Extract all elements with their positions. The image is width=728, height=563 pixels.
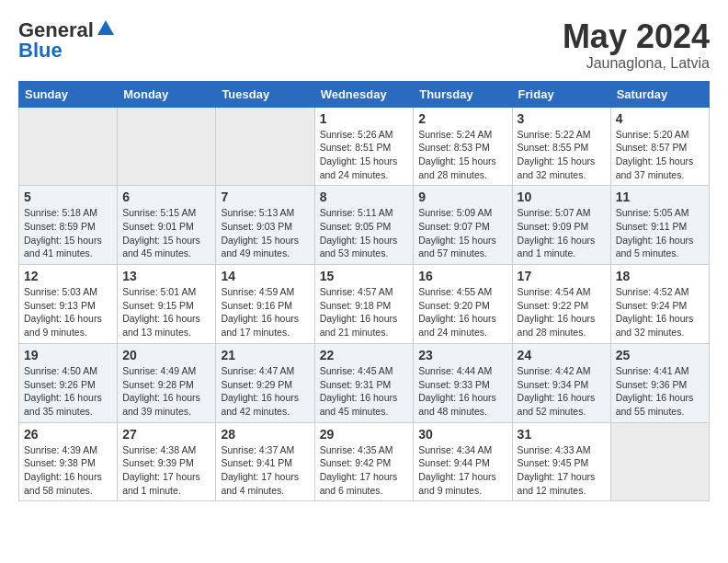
calendar-cell xyxy=(610,422,709,501)
month-title: May 2024 xyxy=(563,18,710,55)
day-info: Sunrise: 5:01 AMSunset: 9:15 PMDaylight:… xyxy=(122,285,210,339)
day-number: 14 xyxy=(221,269,309,283)
calendar-cell: 17Sunrise: 4:54 AMSunset: 9:22 PMDayligh… xyxy=(512,265,610,344)
calendar-cell: 3Sunrise: 5:22 AMSunset: 8:55 PMDaylight… xyxy=(512,107,610,186)
day-number: 4 xyxy=(616,111,704,126)
day-number: 9 xyxy=(418,190,506,204)
calendar-cell: 18Sunrise: 4:52 AMSunset: 9:24 PMDayligh… xyxy=(610,265,709,344)
calendar-row-1: 1Sunrise: 5:26 AMSunset: 8:51 PMDaylight… xyxy=(19,107,710,186)
day-info: Sunrise: 4:52 AMSunset: 9:24 PMDaylight:… xyxy=(616,285,704,339)
day-number: 28 xyxy=(221,427,309,442)
day-number: 25 xyxy=(616,348,704,362)
day-number: 3 xyxy=(518,111,606,126)
day-number: 30 xyxy=(418,427,506,442)
day-number: 27 xyxy=(122,427,210,442)
day-info: Sunrise: 4:35 AMSunset: 9:42 PMDaylight:… xyxy=(320,443,409,498)
day-number: 11 xyxy=(616,190,704,204)
day-info: Sunrise: 4:57 AMSunset: 9:18 PMDaylight:… xyxy=(320,285,409,339)
weekday-header-saturday: Saturday xyxy=(610,81,709,107)
calendar-cell: 13Sunrise: 5:01 AMSunset: 9:15 PMDayligh… xyxy=(118,265,216,344)
logo-blue-text: Blue xyxy=(18,39,63,63)
calendar-cell: 12Sunrise: 5:03 AMSunset: 9:13 PMDayligh… xyxy=(19,265,118,344)
day-number: 1 xyxy=(320,111,409,126)
location-title: Jaunaglona, Latvia xyxy=(563,55,710,72)
day-info: Sunrise: 5:05 AMSunset: 9:11 PMDaylight:… xyxy=(616,206,704,260)
day-info: Sunrise: 4:47 AMSunset: 9:29 PMDaylight:… xyxy=(221,364,309,419)
calendar-cell: 21Sunrise: 4:47 AMSunset: 9:29 PMDayligh… xyxy=(216,343,314,422)
calendar-cell: 7Sunrise: 5:13 AMSunset: 9:03 PMDaylight… xyxy=(216,186,314,265)
day-number: 8 xyxy=(320,190,409,204)
day-number: 21 xyxy=(221,348,309,362)
day-number: 5 xyxy=(24,190,112,204)
weekday-header-monday: Monday xyxy=(118,81,216,107)
day-number: 2 xyxy=(418,111,506,126)
calendar-row-2: 5Sunrise: 5:18 AMSunset: 8:59 PMDaylight… xyxy=(19,186,710,265)
day-number: 31 xyxy=(518,427,606,442)
day-info: Sunrise: 5:18 AMSunset: 8:59 PMDaylight:… xyxy=(24,206,112,260)
day-info: Sunrise: 5:26 AMSunset: 8:51 PMDaylight:… xyxy=(320,128,409,182)
day-number: 29 xyxy=(320,427,409,442)
calendar-cell: 23Sunrise: 4:44 AMSunset: 9:33 PMDayligh… xyxy=(414,343,512,422)
day-number: 6 xyxy=(122,190,210,204)
calendar-cell: 19Sunrise: 4:50 AMSunset: 9:26 PMDayligh… xyxy=(19,343,118,422)
calendar-cell: 28Sunrise: 4:37 AMSunset: 9:41 PMDayligh… xyxy=(216,422,314,501)
day-number: 7 xyxy=(221,190,309,204)
calendar-cell: 14Sunrise: 4:59 AMSunset: 9:16 PMDayligh… xyxy=(216,265,314,344)
day-info: Sunrise: 5:13 AMSunset: 9:03 PMDaylight:… xyxy=(221,206,309,260)
day-info: Sunrise: 4:41 AMSunset: 9:36 PMDaylight:… xyxy=(616,364,704,419)
title-block: May 2024 Jaunaglona, Latvia xyxy=(563,18,710,72)
calendar-cell: 16Sunrise: 4:55 AMSunset: 9:20 PMDayligh… xyxy=(414,265,512,344)
calendar-cell: 9Sunrise: 5:09 AMSunset: 9:07 PMDaylight… xyxy=(414,186,512,265)
day-number: 20 xyxy=(122,348,210,362)
day-info: Sunrise: 4:45 AMSunset: 9:31 PMDaylight:… xyxy=(320,364,409,419)
calendar-row-4: 19Sunrise: 4:50 AMSunset: 9:26 PMDayligh… xyxy=(19,343,710,422)
day-info: Sunrise: 5:20 AMSunset: 8:57 PMDaylight:… xyxy=(616,128,704,182)
page-header: General Blue May 2024 Jaunaglona, Latvia xyxy=(18,18,710,72)
calendar-cell: 26Sunrise: 4:39 AMSunset: 9:38 PMDayligh… xyxy=(19,422,118,501)
day-info: Sunrise: 5:24 AMSunset: 8:53 PMDaylight:… xyxy=(418,128,506,182)
day-number: 26 xyxy=(24,427,112,442)
day-info: Sunrise: 4:50 AMSunset: 9:26 PMDaylight:… xyxy=(24,364,112,419)
day-info: Sunrise: 4:34 AMSunset: 9:44 PMDaylight:… xyxy=(418,443,506,498)
svg-marker-0 xyxy=(97,20,114,35)
weekday-header-friday: Friday xyxy=(512,81,610,107)
calendar-cell: 29Sunrise: 4:35 AMSunset: 9:42 PMDayligh… xyxy=(314,422,414,501)
day-number: 22 xyxy=(320,348,409,362)
day-info: Sunrise: 4:37 AMSunset: 9:41 PMDaylight:… xyxy=(221,443,309,498)
calendar-cell xyxy=(19,107,118,186)
logo: General Blue xyxy=(18,18,116,63)
day-info: Sunrise: 4:44 AMSunset: 9:33 PMDaylight:… xyxy=(418,364,506,419)
day-number: 23 xyxy=(418,348,506,362)
weekday-header-tuesday: Tuesday xyxy=(216,81,314,107)
calendar-cell: 8Sunrise: 5:11 AMSunset: 9:05 PMDaylight… xyxy=(314,186,414,265)
weekday-header-sunday: Sunday xyxy=(19,81,118,107)
day-info: Sunrise: 4:55 AMSunset: 9:20 PMDaylight:… xyxy=(418,285,506,339)
day-info: Sunrise: 4:59 AMSunset: 9:16 PMDaylight:… xyxy=(221,285,309,339)
calendar-cell: 22Sunrise: 4:45 AMSunset: 9:31 PMDayligh… xyxy=(314,343,414,422)
day-info: Sunrise: 4:33 AMSunset: 9:45 PMDaylight:… xyxy=(518,443,606,498)
calendar-cell: 2Sunrise: 5:24 AMSunset: 8:53 PMDaylight… xyxy=(414,107,512,186)
calendar-cell: 25Sunrise: 4:41 AMSunset: 9:36 PMDayligh… xyxy=(610,343,709,422)
calendar-cell: 24Sunrise: 4:42 AMSunset: 9:34 PMDayligh… xyxy=(512,343,610,422)
day-number: 15 xyxy=(320,269,409,283)
day-info: Sunrise: 5:11 AMSunset: 9:05 PMDaylight:… xyxy=(320,206,409,260)
calendar-cell: 31Sunrise: 4:33 AMSunset: 9:45 PMDayligh… xyxy=(512,422,610,501)
calendar-cell: 5Sunrise: 5:18 AMSunset: 8:59 PMDaylight… xyxy=(19,186,118,265)
day-info: Sunrise: 5:03 AMSunset: 9:13 PMDaylight:… xyxy=(24,285,112,339)
day-info: Sunrise: 5:09 AMSunset: 9:07 PMDaylight:… xyxy=(418,206,506,260)
calendar-cell: 1Sunrise: 5:26 AMSunset: 8:51 PMDaylight… xyxy=(314,107,414,186)
day-info: Sunrise: 5:22 AMSunset: 8:55 PMDaylight:… xyxy=(518,128,606,182)
day-info: Sunrise: 5:15 AMSunset: 9:01 PMDaylight:… xyxy=(122,206,210,260)
day-number: 18 xyxy=(616,269,704,283)
calendar-cell: 11Sunrise: 5:05 AMSunset: 9:11 PMDayligh… xyxy=(610,186,709,265)
day-info: Sunrise: 4:54 AMSunset: 9:22 PMDaylight:… xyxy=(518,285,606,339)
day-number: 17 xyxy=(518,269,606,283)
day-info: Sunrise: 4:49 AMSunset: 9:28 PMDaylight:… xyxy=(122,364,210,419)
day-info: Sunrise: 4:38 AMSunset: 9:39 PMDaylight:… xyxy=(122,443,210,498)
calendar-cell: 15Sunrise: 4:57 AMSunset: 9:18 PMDayligh… xyxy=(314,265,414,344)
calendar-cell: 4Sunrise: 5:20 AMSunset: 8:57 PMDaylight… xyxy=(610,107,709,186)
calendar-row-3: 12Sunrise: 5:03 AMSunset: 9:13 PMDayligh… xyxy=(19,265,710,344)
calendar-table: SundayMondayTuesdayWednesdayThursdayFrid… xyxy=(18,81,710,502)
weekday-header-wednesday: Wednesday xyxy=(314,81,414,107)
day-number: 13 xyxy=(122,269,210,283)
